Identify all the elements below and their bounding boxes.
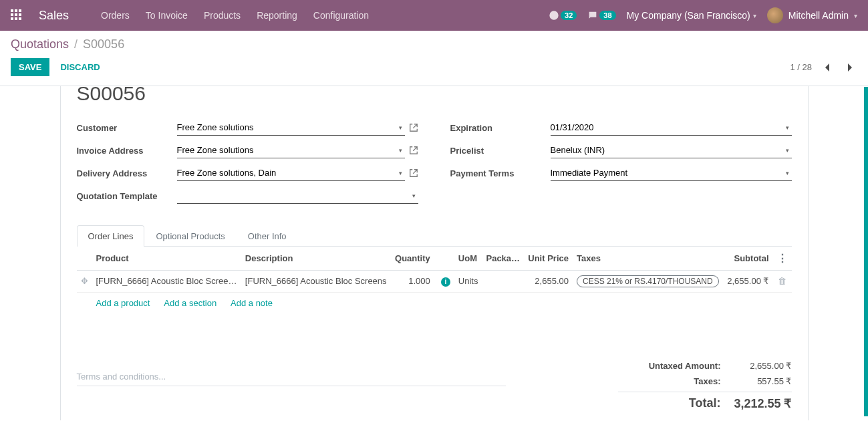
quotation-template-field[interactable]: ▾ (177, 188, 418, 204)
order-lines-table: Product Description Quantity UoM Packa… … (77, 247, 792, 314)
tab-order-lines[interactable]: Order Lines (77, 225, 145, 247)
label-pricelist: Pricelist (450, 146, 551, 156)
clock-icon (549, 10, 559, 21)
caret-down-icon: ▾ (854, 12, 857, 19)
col-quantity: Quantity (391, 247, 434, 271)
payment-terms-field[interactable]: ▾ (551, 165, 792, 181)
notebook-tabs: Order Lines Optional Products Other Info (77, 225, 792, 247)
record-title: S00056 (77, 86, 792, 105)
label-expiration: Expiration (450, 123, 551, 133)
invoice-address-field[interactable]: ▾ (177, 142, 405, 158)
expiration-input[interactable] (551, 121, 783, 134)
pricelist-input[interactable] (551, 144, 783, 156)
expiration-field[interactable]: ▾ (551, 120, 792, 136)
customer-input[interactable] (177, 121, 396, 134)
save-button[interactable]: SAVE (11, 58, 49, 76)
scrollbar[interactable] (864, 87, 868, 416)
dropdown-caret-icon[interactable]: ▾ (410, 192, 418, 199)
label-customer: Customer (77, 123, 177, 133)
caret-down-icon: ▾ (753, 12, 756, 19)
top-nav: Sales Orders To Invoice Products Reporti… (0, 0, 868, 31)
col-description: Description (241, 247, 391, 271)
terms-placeholder: Terms and conditions... (77, 372, 166, 382)
discard-button[interactable]: DISCARD (60, 62, 100, 72)
taxes-value: 557.55 ₹ (732, 376, 792, 386)
cell-description[interactable]: [FURN_6666] Acoustic Bloc Screens (241, 271, 391, 293)
dropdown-caret-icon[interactable]: ▾ (783, 124, 792, 131)
cell-quantity[interactable]: 1.000 (391, 271, 434, 293)
form-sheet: S00056 Customer ▾ Invoice Address (60, 86, 809, 420)
untaxed-label: Untaxed Amount: (618, 361, 732, 371)
nav-products[interactable]: Products (204, 10, 241, 21)
messaging-indicator[interactable]: 38 (587, 10, 615, 21)
total-label: Total: (618, 396, 732, 411)
pager: 1 / 28 (790, 60, 857, 75)
cell-unit-price[interactable]: 2,655.00 (524, 271, 573, 293)
message-count: 38 (599, 11, 615, 20)
nav-reporting[interactable]: Reporting (257, 10, 297, 21)
activity-indicator[interactable]: 32 (549, 10, 577, 21)
dropdown-caret-icon[interactable]: ▾ (783, 170, 792, 176)
pricelist-field[interactable]: ▾ (551, 142, 792, 158)
control-bar: Quotations / S00056 SAVE DISCARD 1 / 28 (0, 31, 868, 80)
pager-text[interactable]: 1 / 28 (790, 62, 812, 72)
col-product: Product (92, 247, 241, 271)
add-product-link[interactable]: Add a product (96, 298, 150, 308)
taxes-label: Taxes: (618, 376, 732, 386)
quotation-template-input[interactable] (177, 189, 410, 202)
dropdown-caret-icon[interactable]: ▾ (396, 170, 405, 176)
table-row[interactable]: ✥ [FURN_6666] Acoustic Bloc Scree… [FURN… (77, 271, 792, 293)
totals-block: Untaxed Amount: 2,655.00 ₹ Taxes: 557.55… (618, 358, 792, 414)
cell-uom[interactable]: Units (454, 271, 482, 293)
nav-to-invoice[interactable]: To Invoice (146, 10, 188, 21)
trash-icon[interactable]: 🗑 (778, 276, 786, 286)
terms-field[interactable]: Terms and conditions... (77, 368, 506, 386)
add-section-link[interactable]: Add a section (164, 298, 216, 308)
chat-icon (587, 10, 598, 21)
external-link-icon[interactable] (409, 168, 418, 178)
breadcrumb-parent[interactable]: Quotations (11, 37, 69, 51)
external-link-icon[interactable] (409, 146, 418, 155)
pager-next[interactable] (843, 60, 857, 75)
company-name: My Company (San Francisco) (627, 10, 750, 21)
tab-optional-products[interactable]: Optional Products (144, 225, 236, 247)
user-menu[interactable]: Mitchell Admin ▾ (767, 7, 857, 23)
breadcrumb-current: S00056 (83, 37, 124, 51)
tax-tag[interactable]: CESS 21% or RS.4170/THOUSAND (577, 275, 719, 287)
external-link-icon[interactable] (409, 123, 418, 132)
tab-other-info[interactable]: Other Info (237, 225, 298, 247)
apps-icon[interactable] (11, 9, 23, 21)
user-name: Mitchell Admin (788, 10, 849, 21)
payment-terms-input[interactable] (551, 166, 783, 179)
delivery-address-field[interactable]: ▾ (177, 165, 405, 181)
nav-orders[interactable]: Orders (101, 10, 130, 21)
col-subtotal: Subtotal (723, 247, 772, 271)
nav-configuration[interactable]: Configuration (313, 10, 369, 21)
invoice-address-input[interactable] (177, 144, 396, 156)
col-uom: UoM (454, 247, 482, 271)
untaxed-value: 2,655.00 ₹ (732, 361, 792, 371)
label-payment-terms: Payment Terms (450, 168, 551, 178)
customer-field[interactable]: ▾ (177, 120, 405, 136)
add-note-link[interactable]: Add a note (231, 298, 273, 308)
label-quotation-template: Quotation Template (77, 191, 177, 201)
breadcrumb-separator: / (74, 37, 78, 51)
avatar (767, 7, 783, 23)
total-value: 3,212.55 ₹ (732, 396, 792, 411)
cell-subtotal: 2,655.00 ₹ (723, 271, 772, 293)
activity-count: 32 (561, 11, 577, 20)
delivery-address-input[interactable] (177, 166, 396, 179)
col-taxes: Taxes (573, 247, 723, 271)
cell-package[interactable] (482, 271, 524, 293)
columns-menu-icon[interactable]: ⋮ (777, 253, 788, 264)
pager-prev[interactable] (820, 60, 835, 75)
dropdown-caret-icon[interactable]: ▾ (396, 124, 405, 131)
drag-handle-icon[interactable]: ✥ (77, 271, 92, 293)
app-brand[interactable]: Sales (39, 9, 69, 23)
label-delivery-address: Delivery Address (77, 168, 177, 178)
cell-product[interactable]: [FURN_6666] Acoustic Bloc Scree… (92, 271, 241, 293)
dropdown-caret-icon[interactable]: ▾ (783, 147, 792, 154)
company-selector[interactable]: My Company (San Francisco) ▾ (627, 10, 756, 21)
info-icon[interactable]: i (441, 277, 450, 287)
dropdown-caret-icon[interactable]: ▾ (396, 147, 405, 154)
